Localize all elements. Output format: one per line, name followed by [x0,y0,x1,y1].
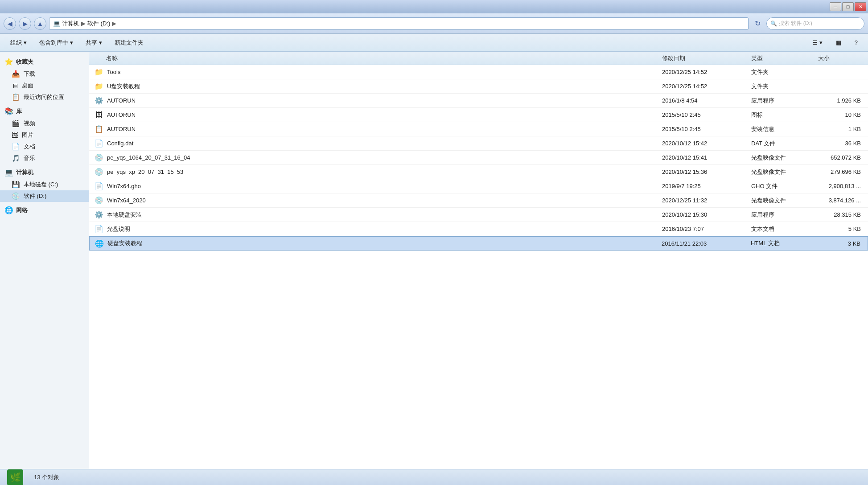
sidebar-header-computer[interactable]: 💻计算机 [0,166,89,179]
file-icon: 💿 [95,196,103,205]
sidebar-header-favorites[interactable]: ⭐收藏夹 [0,55,89,68]
sidebar-icon-picture: 🖼 [12,132,18,139]
file-name: 硬盘安装教程 [107,239,142,247]
file-modified: 2020/10/12 15:36 [658,169,748,175]
address-path[interactable]: 💻 计算机 ▶ 软件 (D:) ▶ [49,17,749,30]
file-type: 文件夹 [748,82,815,90]
include-library-arrow: ▾ [70,39,73,46]
sidebar-icon-recent: 📋 [12,93,20,101]
sidebar-item-downloads[interactable]: 📥下载 [0,68,89,80]
file-name: AUTORUN [107,111,136,118]
sidebar-item-video[interactable]: 🎬视频 [0,118,89,129]
share-button[interactable]: 共享 ▾ [80,36,108,49]
titlebar: ─ □ ✕ [0,0,868,13]
preview-icon: ▦ [836,39,841,46]
column-headers: 名称 修改日期 类型 大小 [89,52,868,65]
sidebar-label-picture: 图片 [22,131,33,139]
table-row[interactable]: 📁Tools2020/12/25 14:52文件夹 [89,65,868,79]
file-icon: 📋 [95,125,103,133]
table-row[interactable]: ⚙️本地硬盘安装2020/10/12 15:30应用程序28,315 KB [89,208,868,222]
sidebar-label-downloads: 下载 [24,70,35,78]
table-row[interactable]: 📄Win7x64.gho2019/9/7 19:25GHO 文件2,900,81… [89,179,868,193]
maximize-button[interactable]: □ [842,2,854,11]
sidebar-header-library[interactable]: 📚库 [0,105,89,118]
col-header-type[interactable]: 类型 [748,54,815,62]
sidebar-label-desktop: 桌面 [22,82,33,90]
view-button[interactable]: ☰ ▾ [806,36,828,49]
preview-button[interactable]: ▦ [830,36,847,49]
sidebar-item-recent[interactable]: 📋最近访问的位置 [0,91,89,103]
sidebar-item-drive-c[interactable]: 💾本地磁盘 (C:) [0,179,89,190]
minimize-button[interactable]: ─ [830,2,841,11]
file-type: DAT 文件 [748,140,815,148]
table-row[interactable]: 💿Win7x64_20202020/12/25 11:32光盘映像文件3,874… [89,193,868,208]
file-size: 3,874,126 ... [815,197,868,204]
file-type: 应用程序 [748,97,815,105]
file-type: 应用程序 [748,211,815,219]
file-type: HTML 文档 [747,239,814,247]
file-modified: 2019/9/7 19:25 [658,183,748,189]
col-header-modified[interactable]: 修改日期 [658,54,748,62]
sidebar-item-music[interactable]: 🎵音乐 [0,152,89,164]
back-button[interactable]: ◀ [4,17,16,30]
file-name-cell: 📋AUTORUN [93,125,658,133]
sidebar-section-label-computer: 计算机 [16,169,33,177]
search-box[interactable]: 🔍 搜索 软件 (D:) [766,17,864,30]
col-header-size[interactable]: 大小 [815,54,868,62]
sidebar-icon-desktop: 🖥 [12,82,18,90]
table-row[interactable]: 📁U盘安装教程2020/12/25 14:52文件夹 [89,79,868,94]
file-name-cell: ⚙️本地硬盘安装 [93,210,658,219]
table-row[interactable]: 🌐硬盘安装教程2016/11/21 22:03HTML 文档3 KB [89,236,868,251]
file-name: Win7x64_2020 [107,197,146,204]
table-row[interactable]: 💿pe_yqs_xp_20_07_31_15_532020/10/12 15:3… [89,165,868,179]
sidebar-item-document[interactable]: 📄文档 [0,141,89,152]
sidebar-item-desktop[interactable]: 🖥桌面 [0,80,89,91]
file-modified: 2015/5/10 2:45 [658,126,748,132]
sidebar-label-drive-c: 本地磁盘 (C:) [24,181,58,189]
file-type: 光盘映像文件 [748,154,815,162]
help-button[interactable]: ? [849,36,864,49]
file-name: 本地硬盘安装 [107,211,142,219]
table-row[interactable]: 📄光盘说明2016/10/23 7:07文本文档5 KB [89,222,868,236]
table-row[interactable]: 💿pe_yqs_1064_20_07_31_16_042020/10/12 15… [89,151,868,165]
sidebar-section-network: 🌐网络 [0,204,89,217]
forward-button[interactable]: ▶ [19,17,31,30]
new-folder-label: 新建文件夹 [115,39,144,47]
file-icon: ⚙️ [95,210,103,219]
path-part-0: 计算机 [62,20,79,28]
up-button[interactable]: ▲ [34,17,46,30]
file-modified: 2016/11/21 22:03 [658,240,747,247]
table-row[interactable]: 📋AUTORUN2015/5/10 2:45安装信息1 KB [89,122,868,136]
file-size: 1 KB [815,126,868,132]
sidebar-header-network[interactable]: 🌐网络 [0,204,89,217]
col-header-name[interactable]: 名称 [103,54,658,62]
sidebar-section-label-network: 网络 [16,206,28,214]
table-row[interactable]: ⚙️AUTORUN2016/1/8 4:54应用程序1,926 KB [89,94,868,108]
file-name-cell: 💿pe_yqs_1064_20_07_31_16_04 [93,153,658,162]
close-button[interactable]: ✕ [855,2,866,11]
file-icon: 🖼 [95,111,103,119]
include-library-button[interactable]: 包含到库中 ▾ [33,36,79,49]
organize-button[interactable]: 组织 ▾ [4,36,33,49]
file-modified: 2020/10/12 15:41 [658,154,748,161]
table-row[interactable]: 🖼AUTORUN2015/5/10 2:45图标10 KB [89,108,868,122]
sidebar-label-recent: 最近访问的位置 [24,93,64,101]
sidebar-label-document: 文档 [24,143,35,151]
file-modified: 2015/5/10 2:45 [658,111,748,118]
file-size: 652,072 KB [815,154,868,161]
new-folder-button[interactable]: 新建文件夹 [109,36,149,49]
file-name: pe_yqs_xp_20_07_31_15_53 [107,169,183,175]
file-modified: 2020/10/12 15:42 [658,140,748,147]
file-icon: 📁 [95,82,103,90]
file-name: AUTORUN [107,126,136,132]
sidebar-item-drive-d[interactable]: 💿软件 (D:) [0,190,89,202]
file-type: 光盘映像文件 [748,168,815,176]
file-name: Config.dat [107,140,133,147]
refresh-button[interactable]: ↻ [751,17,764,30]
sidebar-item-picture[interactable]: 🖼图片 [0,129,89,141]
sidebar-label-music: 音乐 [24,154,35,162]
table-row[interactable]: 📄Config.dat2020/10/12 15:42DAT 文件36 KB [89,136,868,151]
sidebar-icon-downloads: 📥 [12,70,20,78]
toolbar: 组织 ▾ 包含到库中 ▾ 共享 ▾ 新建文件夹 ☰ ▾ ▦ ? [0,34,868,52]
file-icon: 💿 [95,153,103,162]
